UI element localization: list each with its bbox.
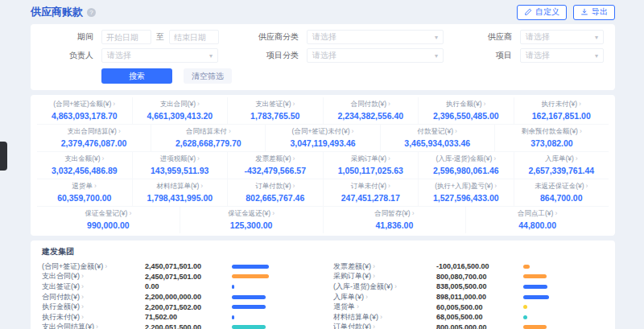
metric-row[interactable]: 采购订单(¥)›800,080,700.00 [333,272,604,282]
stat-metric[interactable]: 订单未付(¥)›247,451,278.17 [323,179,419,206]
supplier-category-select[interactable]: 请选择 ▾ [307,30,444,44]
metric-row[interactable]: 材料结算单(¥)›68,005,500.00 [333,312,604,323]
stat-metric[interactable]: (执行+入库)盈亏(¥)›1,527,596,433.00 [418,179,514,206]
stat-metric[interactable]: 未返还保证金(¥)›864,700.00 [514,179,609,206]
metric-bar [232,265,312,269]
metric-row[interactable]: 执行未付(¥)›71,502.00 [42,312,312,323]
metric-value: -100,016,500.00 [436,262,523,270]
metric-label: 退货单› [333,302,436,312]
sidebar-expand-handle[interactable] [0,142,7,171]
stat-metric[interactable]: (合同+签证)未付(¥)›3,047,119,493.46 [265,125,379,151]
owner-select[interactable]: 请选择 ▾ [101,48,218,63]
stat-value: 373,082.00 [497,138,607,148]
chevron-right-icon: › [81,282,84,290]
metric-label: 合同付款(¥)› [42,292,145,302]
stat-metric[interactable]: 退货单›60,359,700.00 [37,179,132,206]
stat-metric[interactable]: 支出签证(¥)›1,783,765.50 [227,97,323,124]
stat-metric[interactable]: 保证金返还(¥)›125,300.00 [180,207,323,233]
stat-label: 合同结算未付› [153,127,263,137]
chevron-right-icon: › [352,127,354,135]
group-metrics-left: (合同+签证)金额(¥)›2,450,071,501.00支出合同(¥)›2,4… [42,261,312,329]
stat-metric[interactable]: 合同结算未付›2,628,668,779.70 [151,125,265,151]
stat-metric[interactable]: (合同+签证)金额(¥)›4,863,093,178.70 [37,97,132,124]
stat-metric[interactable]: 合同付款(¥)›2,234,382,556.40 [323,97,419,124]
metric-row[interactable]: 支出签证(¥)›0.00 [42,282,312,292]
stat-value: 4,661,309,413.20 [134,111,226,121]
owner-label: 负责人 [42,50,93,61]
metric-row[interactable]: (入库-退货)金额(¥)›838,005,500.00 [333,282,604,292]
date-range-input: 至 [101,30,219,44]
start-date-input[interactable] [101,30,151,44]
stat-metric[interactable]: 保证金登记(¥)›990,000.00 [37,207,180,233]
chevron-right-icon: › [380,313,382,321]
chevron-right-icon: › [293,182,295,190]
stat-metric[interactable]: 支出合同结算(¥)›2,379,476,087.00 [37,125,151,151]
stat-value: 1,527,596,433.00 [420,193,512,203]
stat-metric[interactable]: 采购订单(¥)›1,050,117,025.63 [323,152,419,179]
metric-row[interactable]: 支出合同(¥)›2,450,071,501.00 [42,272,312,282]
stat-value: 125,300.00 [182,220,321,230]
search-button[interactable]: 搜索 [101,68,172,84]
stat-metric[interactable]: (入库-退货)金额(¥)›2,596,980,061.46 [418,152,514,179]
stat-metric[interactable]: 支出金额(¥)›3,032,456,486.89 [37,152,132,179]
metric-row[interactable]: 入库单(¥)›898,011,000.00 [333,292,604,302]
filter-row-1: 期间 至 供应商分类 请选择 ▾ 供应商 请选择 ▾ [42,30,604,44]
metric-bar [232,315,312,319]
stat-metric[interactable]: 执行未付(¥)›162,167,851.00 [514,97,609,124]
stats-row: 退货单›60,359,700.00材料结算单(¥)›1,798,431,995.… [37,179,609,206]
project-select[interactable]: 请选择 ▾ [520,48,604,63]
stat-label: 退货单› [39,182,130,191]
stat-metric[interactable]: 剩余预付款金额(¥)›373,082.00 [494,125,609,151]
end-date-input[interactable] [169,30,219,44]
metric-row[interactable]: 订单付款(¥)›800,005,000.00 [333,323,604,329]
group-columns: (合同+签证)金额(¥)›2,450,071,501.00支出合同(¥)›2,4… [42,261,604,329]
stat-value: 2,596,980,061.46 [420,166,512,175]
metric-row[interactable]: 退货单›60,005,500.00 [333,302,604,312]
chevron-right-icon: › [197,100,200,108]
stat-metric[interactable]: 合同暂存(¥)›41,836.00 [323,207,466,233]
stat-label: 合同付款(¥)› [325,100,417,109]
customize-button[interactable]: 自定义 [517,5,567,20]
clear-filters-button[interactable]: 清空筛选 [184,68,232,84]
metric-row[interactable]: 合同付款(¥)›2,200,000,000.00 [42,292,312,302]
metric-row[interactable]: 发票差额(¥)›-100,016,500.00 [333,261,604,272]
stat-metric[interactable]: 付款登记(¥)›3,465,934,033.46 [380,125,494,151]
stat-metric[interactable]: 发票差额(¥)›-432,479,566.57 [227,152,323,179]
stat-metric[interactable]: 材料结算单(¥)›1,798,431,995.00 [132,179,228,206]
filter-panel: 期间 至 供应商分类 请选择 ▾ 供应商 请选择 ▾ [31,24,615,90]
metric-row[interactable]: 支出合同结算(¥)›2,200,051,500.00 [42,323,312,329]
supplier-select[interactable]: 请选择 ▾ [520,30,604,44]
filter-supplier: 供应商 请选择 ▾ [460,30,604,44]
stat-value: 41,836.00 [325,220,464,230]
project-label: 项目 [460,50,512,61]
metric-label: (合同+签证)金额(¥)› [42,261,145,272]
help-icon[interactable]: ? [87,8,96,17]
stat-metric[interactable]: 合同点工(¥)›44,800.00 [465,207,609,233]
metric-value: 71,502.00 [145,313,232,321]
metric-bar [523,265,604,269]
metric-row[interactable]: 执行金额(¥)›2,200,071,502.00 [42,302,312,312]
chevron-right-icon: › [81,293,84,301]
metric-label: 材料结算单(¥)› [333,312,436,323]
metric-bar [232,295,312,299]
project-category-select[interactable]: 请选择 ▾ [307,48,444,63]
stat-metric[interactable]: 执行金额(¥)›2,396,550,485.00 [418,97,514,124]
period-label: 期间 [42,31,93,43]
stat-metric[interactable]: 订单付款(¥)›802,665,767.46 [227,179,323,206]
stat-metric[interactable]: 进项税额(¥)›143,959,511.93 [132,152,228,179]
stat-metric[interactable]: 入库单(¥)›2,657,339,761.44 [514,152,609,179]
metric-row[interactable]: (合同+签证)金额(¥)›2,450,071,501.00 [42,261,312,272]
date-range-separator: 至 [156,31,164,43]
export-button[interactable]: 导出 [573,5,615,20]
stat-metric[interactable]: 支出合同(¥)›4,661,309,413.20 [132,97,228,124]
chevron-right-icon: › [293,154,295,162]
metric-bar [523,285,604,289]
stat-label: 付款登记(¥)› [382,127,493,137]
stat-label: 保证金登记(¥)› [39,209,178,219]
stat-value: 162,167,851.00 [516,111,608,121]
stat-label: 进项税额(¥)› [134,154,226,164]
chevron-right-icon: › [118,127,121,135]
metric-value: 68,005,500.00 [436,313,523,321]
metric-value: 898,011,000.00 [436,293,523,301]
chevron-down-icon: ▾ [435,52,438,60]
